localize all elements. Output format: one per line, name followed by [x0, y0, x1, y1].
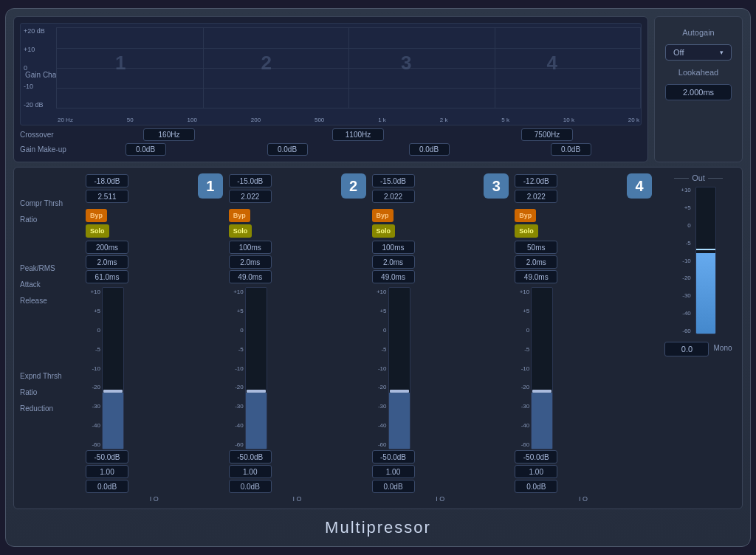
band-3-attack[interactable]: 2.0ms: [372, 255, 415, 269]
band-1-expndthrsh[interactable]: -50.0dB: [86, 450, 128, 463]
band-3-fader-handle[interactable]: [390, 390, 409, 393]
band-2-solo-button[interactable]: Solo: [229, 224, 252, 238]
gainmakeup-field-3[interactable]: 0.0dB: [409, 143, 450, 156]
band-2-reduction[interactable]: 0.0dB: [229, 480, 272, 493]
x-label-2: 50: [127, 117, 134, 123]
x-label-9: 10 k: [563, 117, 574, 123]
band-1-byp-button[interactable]: Byp: [86, 209, 107, 222]
band-2-release[interactable]: 49.0ms: [229, 270, 272, 283]
lookahead-label: Lookahead: [678, 68, 718, 77]
band-2-fader-handle[interactable]: [247, 390, 266, 393]
autogain-label: Autogain: [682, 28, 714, 37]
band-1-attack[interactable]: 2.0ms: [86, 255, 128, 269]
band-3-fader-scale: +10 +5 0 -5 -10 -20 -30 -40 -60: [372, 287, 387, 449]
band-1-reduction[interactable]: 0.0dB: [86, 480, 128, 493]
row-label-peakrms: Peak/RMS: [20, 260, 83, 276]
lookahead-field[interactable]: 2.000ms: [665, 84, 732, 100]
band-2-fader-fill: [246, 393, 267, 449]
out-value-field[interactable]: 0.0: [664, 342, 709, 356]
autogain-dropdown[interactable]: Off ▾: [665, 44, 732, 61]
x-label-10: 20 k: [628, 117, 639, 123]
band-3-peakrms[interactable]: 100ms: [372, 241, 415, 254]
band-2-peakrms[interactable]: 100ms: [229, 241, 272, 254]
y-label-bot: -20 dB: [24, 101, 52, 108]
gainmakeup-label: Gain Make-up: [20, 145, 72, 154]
band-4-ratio[interactable]: 2.022: [515, 190, 557, 203]
band-1-reduction-row: 0.0dB: [86, 479, 223, 494]
band-3-expndthrsh[interactable]: -50.0dB: [372, 450, 415, 463]
main-container: Gain Change +20 dB +10 0 -10 -20 dB: [5, 8, 751, 547]
band-1-expratio[interactable]: 1.00: [86, 465, 128, 478]
band-3-expratio[interactable]: 1.00: [372, 465, 415, 478]
row-label-reduction: Reduction: [20, 400, 83, 416]
x-label-8: 5 k: [501, 117, 509, 123]
graph-area: Gain Change +20 dB +10 0 -10 -20 dB: [20, 23, 642, 125]
band-3-solo-button[interactable]: Solo: [372, 224, 396, 238]
band-1-fader[interactable]: [102, 287, 124, 449]
band-3-badge: 3: [484, 173, 509, 199]
band-graph-label-1: 1: [115, 52, 126, 75]
band-column-4: -12.0dB 2.022 Byp Solo 4: [512, 173, 655, 503]
band-2-fader[interactable]: [245, 287, 267, 449]
labels-column: Compr Thrsh Ratio Peak/RMS Attack Releas…: [20, 173, 83, 503]
band-4-expndthrsh[interactable]: -50.0dB: [515, 450, 557, 463]
analyzer-panel: Gain Change +20 dB +10 0 -10 -20 dB: [13, 16, 648, 162]
band-1-release[interactable]: 61.0ms: [86, 270, 128, 283]
band-2-comprthrsh[interactable]: -15.0dB: [229, 174, 272, 187]
band-4-release[interactable]: 49.0ms: [515, 270, 557, 283]
band-2-expratio[interactable]: 1.00: [229, 465, 272, 478]
out-title: Out: [674, 173, 723, 182]
band-1-comprthrsh[interactable]: -18.0dB: [86, 174, 128, 187]
band-4-fader[interactable]: [531, 287, 553, 449]
band-1-peakrms[interactable]: 200ms: [86, 241, 128, 254]
band-3-fader[interactable]: [388, 287, 410, 449]
band-2-fader-area: +10 +5 0 -5 -10 -20 -30 -40 -60: [229, 287, 366, 449]
band-4-io-label: I O: [515, 495, 652, 503]
band-1-expratio-row: 1.00: [86, 464, 223, 479]
crossover-field-2[interactable]: 1100Hz: [332, 128, 384, 141]
band-graph-label-3: 3: [401, 52, 411, 75]
side-panel: Autogain Off ▾ Lookahead 2.000ms: [654, 16, 743, 162]
band-4-fader-scale: +10 +5 0 -5 -10 -20 -30 -40 -60: [515, 287, 529, 449]
band-3-ratio[interactable]: 2.022: [372, 190, 415, 203]
band-3-controls: -15.0dB 2.022 Byp Solo: [372, 173, 481, 238]
band-3-reduction[interactable]: 0.0dB: [372, 480, 415, 493]
top-section: Gain Change +20 dB +10 0 -10 -20 dB: [13, 16, 743, 162]
band-1-comprthrsh-row: -18.0dB: [86, 173, 195, 188]
band-1-solo-row: Solo: [86, 224, 195, 238]
band-4-byp-button[interactable]: Byp: [515, 209, 536, 222]
band-1-ratio[interactable]: 2.511: [86, 190, 128, 203]
band-2-byp-button[interactable]: Byp: [229, 209, 250, 222]
band-4-fader-handle[interactable]: [532, 390, 551, 393]
band-3-byp-button[interactable]: Byp: [372, 209, 394, 222]
band-4-fader-fill: [532, 393, 552, 449]
band-4-solo-button[interactable]: Solo: [515, 224, 538, 238]
band-3-fader-fill: [389, 393, 410, 449]
crossover-field-3[interactable]: 7500Hz: [521, 128, 573, 141]
crossover-field-1[interactable]: 160Hz: [143, 128, 195, 141]
gainmakeup-field-1[interactable]: 0.0dB: [126, 143, 166, 156]
gainmakeup-field-4[interactable]: 0.0dB: [551, 143, 591, 156]
band-4-peakrms[interactable]: 50ms: [515, 241, 557, 254]
band-1-fader-handle[interactable]: [103, 390, 123, 393]
band-4-comprthrsh[interactable]: -12.0dB: [515, 174, 557, 187]
row-label-expndthrsh: Expnd Thrsh: [20, 368, 83, 384]
app-title: Multipressor: [13, 514, 743, 539]
gainmakeup-field-2[interactable]: 0.0dB: [267, 143, 308, 156]
x-label-5: 500: [315, 117, 324, 123]
band-4-expratio[interactable]: 1.00: [515, 465, 557, 478]
out-meter-peak: [696, 249, 715, 250]
band-2-ratio[interactable]: 2.022: [229, 190, 272, 203]
band-4-reduction[interactable]: 0.0dB: [515, 480, 557, 493]
band-4-badge: 4: [627, 173, 652, 199]
band-2-attack[interactable]: 2.0ms: [229, 255, 272, 269]
band-4-fader-area: +10 +5 0 -5 -10 -20 -30 -40 -60: [515, 287, 652, 449]
y-label-top: +20 dB: [24, 27, 52, 35]
band-1-release-row: 61.0ms: [86, 269, 223, 284]
band-3-comprthrsh[interactable]: -15.0dB: [372, 174, 415, 187]
band-2-expndthrsh[interactable]: -50.0dB: [229, 450, 272, 463]
band-4-attack[interactable]: 2.0ms: [515, 255, 557, 269]
row-label-release: Release: [20, 292, 83, 308]
band-3-release[interactable]: 49.0ms: [372, 270, 415, 283]
band-1-solo-button[interactable]: Solo: [86, 224, 109, 238]
